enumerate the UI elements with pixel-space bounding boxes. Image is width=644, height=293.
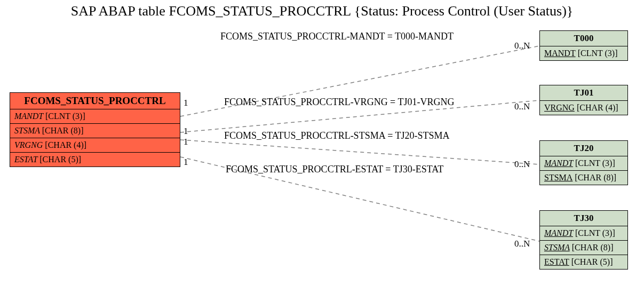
entity-header: TJ30 (540, 211, 627, 226)
entity-tj01: TJ01 VRGNG [CHAR (4)] (539, 85, 628, 115)
entity-header: TJ01 (540, 85, 627, 101)
entity-t000: T000 MANDT [CLNT (3)] (539, 30, 628, 61)
field-vrgng: VRGNG [CHAR (4)] (10, 138, 180, 153)
cardinality-left-2: 1 (184, 126, 188, 137)
cardinality-right-4: 0..N (514, 239, 530, 249)
field-mandt: MANDT [CLNT (3)] (540, 156, 627, 171)
relation-label-tj30: FCOMS_STATUS_PROCCTRL-ESTAT = TJ30-ESTAT (226, 164, 443, 175)
field-stsma: STSMA [CHAR (8)] (10, 124, 180, 138)
svg-line-2 (180, 140, 539, 164)
entity-header: T000 (540, 31, 627, 46)
entity-header: TJ20 (540, 141, 627, 156)
relation-label-tj01: FCOMS_STATUS_PROCCTRL-VRGNG = TJ01-VRGNG (224, 97, 454, 108)
entity-tj20: TJ20 MANDT [CLNT (3)] STSMA [CHAR (8)] (539, 140, 628, 185)
cardinality-right-1: 0..N (514, 41, 530, 51)
field-mandt: MANDT [CLNT (3)] (540, 226, 627, 241)
entity-fcoms-status-procctrl: FCOMS_STATUS_PROCCTRL MANDT [CLNT (3)] S… (10, 92, 180, 167)
cardinality-left-4: 1 (184, 157, 188, 168)
field-vrgng: VRGNG [CHAR (4)] (540, 101, 627, 115)
field-mandt: MANDT [CLNT (3)] (10, 109, 180, 124)
field-mandt: MANDT [CLNT (3)] (540, 46, 627, 60)
relation-label-tj20: FCOMS_STATUS_PROCCTRL-STSMA = TJ20-STSMA (224, 130, 450, 141)
entity-header: FCOMS_STATUS_PROCCTRL (10, 93, 180, 109)
entity-tj30: TJ30 MANDT [CLNT (3)] STSMA [CHAR (8)] E… (539, 210, 628, 270)
field-estat: ESTAT [CHAR (5)] (540, 255, 627, 269)
field-stsma: STSMA [CHAR (8)] (540, 171, 627, 185)
cardinality-right-3: 0..N (514, 159, 530, 170)
field-stsma: STSMA [CHAR (8)] (540, 241, 627, 255)
relation-label-t000: FCOMS_STATUS_PROCCTRL-MANDT = T000-MANDT (220, 31, 454, 42)
page-title: SAP ABAP table FCOMS_STATUS_PROCCTRL {St… (0, 3, 644, 19)
cardinality-left-3: 1 (184, 137, 188, 147)
cardinality-left-1: 1 (184, 98, 188, 108)
cardinality-right-2: 0..N (514, 101, 530, 112)
field-estat: ESTAT [CHAR (5)] (10, 153, 180, 167)
